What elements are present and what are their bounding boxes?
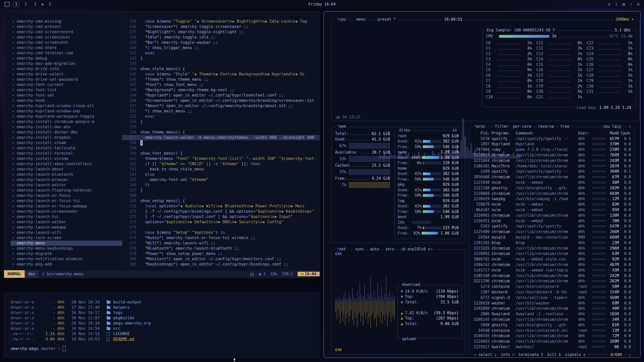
net-tab-zero[interactable]: zero	[383, 247, 396, 251]
chevron-left-icon[interactable]: ❮	[608, 2, 610, 7]
tree-item[interactable]: ∗ omarchy-font-list	[11, 87, 122, 93]
net-tab-auto[interactable]: auto	[368, 247, 381, 251]
proc-tree-button[interactable]: tree	[558, 124, 571, 129]
process-row[interactable]: 1220428 waybar /usr/bin/waybar dhh 69M 0…	[472, 300, 632, 306]
process-table-header[interactable]: Pid: Program: Command: User: MemB Cpu%	[472, 130, 632, 136]
tree-item[interactable]: ∗ omarchy-install-chromium-google-a	[11, 119, 122, 124]
process-row[interactable]: 1125409 chromium /usr/lib/chromium/chrom…	[472, 229, 632, 235]
process-row[interactable]: 1220419 swaybg /usr/bin/swaybg -i /hom d…	[472, 196, 632, 202]
footer-hint[interactable]: terminate t	[518, 352, 543, 357]
tree-item[interactable]: ∗ omarchy-install-dev-env	[11, 124, 122, 130]
tree-item[interactable]: ∗ omarchy-cmd-present	[11, 24, 122, 29]
process-row[interactable]: 1274 containe /usr/bin/containerd root 5…	[472, 284, 632, 289]
footer-hint[interactable]: kill k	[547, 352, 561, 357]
tree-item[interactable]: ∗ omarchy-launch-wifi	[11, 230, 122, 235]
io-tab[interactable]: io	[451, 128, 459, 132]
update-interval-control[interactable]: - 2000ms +	[609, 17, 635, 22]
process-row[interactable]: 3386242 chromium /usr/lib/chromium/chrom…	[472, 262, 632, 267]
tree-item[interactable]: ∗ omarchy-font-current	[11, 82, 122, 87]
process-row[interactable]: 1156451 nvim nvim --embed . dhh 70M 0.0	[472, 218, 632, 224]
process-row[interactable]: 3245898 chromium /usr/lib/chromium/chrom…	[472, 306, 632, 311]
tree-item[interactable]: ∗ omarchy-cmd-screenshot	[11, 40, 122, 45]
tree-item[interactable]: ∗ omarchy-drive-info	[11, 66, 122, 72]
shell-prompt[interactable]: omarchy-pkgs master ›	[11, 346, 320, 351]
process-row[interactable]: 3221044 chromium /usr/lib/chromium/chrom…	[472, 158, 632, 163]
tree-item[interactable]: ∗ omarchy-dev-add-migration	[11, 61, 122, 66]
process-row[interactable]: 1175517 kworker/ kworker/ root 0B 0.0	[472, 344, 632, 350]
header-pid[interactable]: Pid:	[472, 131, 492, 135]
tree-item[interactable]: ∗ omarchy-install-xbox-controllers	[11, 161, 122, 167]
tab-net[interactable]: ³net	[335, 247, 348, 251]
tree-item[interactable]: ∗ omarchy-cmd-screenrecord	[11, 29, 122, 35]
tree-item[interactable]: ∗ omarchy-install-vscode	[11, 156, 122, 161]
bluetooth-icon[interactable]: ᛒ	[615, 2, 618, 7]
process-row[interactable]: 3221296 chromium /usr/lib/chromium/chrom…	[472, 279, 632, 284]
tree-item[interactable]: ∗ omarchy-launch-bluetooth	[11, 172, 122, 177]
tree-item[interactable]: ∗ omarchy-notification-dismiss	[11, 256, 122, 262]
tree-item[interactable]: ∗ omarchy-cmd-share	[11, 45, 122, 51]
process-row[interactable]: 1186302 MainThre /home/dhh/.local/share/…	[472, 163, 632, 169]
workspace-3[interactable]: 3	[32, 2, 38, 7]
workspace-1[interactable]: 1	[13, 2, 19, 7]
process-row[interactable]: 2006 Xwayland Xwayland :1 -rootless - dh…	[472, 311, 632, 317]
process-row[interactable]: 1291265 btop btop dhh 23M 0.0	[472, 240, 632, 246]
tree-item[interactable]: ∗ omarchy-launch-or-focus-tui	[11, 198, 122, 204]
tree-item[interactable]: ∗ omarchy-launch-browser	[11, 177, 122, 183]
header-command[interactable]: Command:	[516, 131, 578, 135]
header-program[interactable]: Program:	[492, 131, 516, 135]
tree-item[interactable]: ∗ omarchy-hyprland-window-pop	[11, 109, 122, 114]
process-row[interactable]: 1221848 nvim nvim --embed dhh 56M 0.0	[472, 180, 632, 185]
tab-proc[interactable]: ⁴proc	[472, 124, 487, 129]
process-row[interactable]: 6772 signal-d /proc/self/exe --type=r dh…	[472, 295, 632, 300]
tree-item[interactable]: ∗ omarchy-cmd-missing	[11, 19, 122, 24]
process-row[interactable]: 1143717 nvim nvim --embed /var/tmp/p dhh…	[472, 267, 632, 273]
process-row[interactable]: 5399 spotify /opt/spotify/spotify -- dhh…	[472, 169, 632, 174]
preset-button[interactable]: preset *	[376, 17, 397, 22]
tree-item[interactable]: ∗ omarchy-install-dropbox	[11, 135, 122, 140]
process-row[interactable]: 3246345 chromium /usr/lib/chromium/chrom…	[472, 333, 632, 339]
footer-hint[interactable]: ↑ select ↓	[474, 352, 497, 357]
tree-item[interactable]: ∗ omarchy-launch-walker	[11, 219, 122, 225]
menu-button[interactable]: menu	[355, 17, 367, 22]
tree-item[interactable]: ∗ omarchy-drive-select	[11, 72, 122, 77]
tree-item[interactable]: ∗ omarchy-debug	[11, 56, 122, 61]
footer-hint[interactable]: signals s	[565, 352, 585, 357]
proc-sort-selector[interactable]: cpu lazy	[601, 124, 623, 129]
tree-item[interactable]: ∗ omarchy-launch-or-focus-webapp	[11, 204, 122, 209]
proc-filter-button[interactable]: filter	[493, 124, 510, 129]
tree-item[interactable]: ∗ omarchy-launch-or-focus	[11, 193, 122, 198]
process-row[interactable]: 728079 nvim nvim --embed . dhh 83M 0.0	[472, 202, 632, 207]
process-row[interactable]: 3220992 chromium /usr/lib/chromium/chrom…	[472, 251, 632, 257]
process-row[interactable]: 5998 ghostty /usr/bin/ghostty --gtk- dhh…	[472, 322, 632, 328]
tree-item[interactable]: ∗ omarchy-cmd-terminal-cwd	[11, 51, 122, 56]
disks-title[interactable]: disks	[397, 128, 412, 132]
tree-item[interactable]: ∗ omarchy-menu	[11, 241, 122, 246]
tree-item[interactable]: ∗ omarchy-hook	[11, 98, 122, 103]
process-row[interactable]: 3220869 chromium /usr/lib/chromium/chrom…	[472, 191, 632, 196]
process-row[interactable]: 1221188 ghostty /usr/bin/ghostty --gtk- …	[472, 185, 632, 191]
tree-item[interactable]: ∗ omarchy-cmd-screensaver	[11, 35, 122, 40]
workspace-5[interactable]: 5	[47, 2, 53, 7]
volume-icon[interactable]: ♪	[630, 2, 632, 7]
tree-item[interactable]: ∗ omarchy-install-steam	[11, 140, 122, 146]
footer-hint[interactable]: info ⏎	[501, 352, 514, 357]
tree-item[interactable]: ∗ omarchy-launch-webapp	[11, 225, 122, 230]
process-row[interactable]: 3830408 chromium /usr/lib/chromium/chrom…	[472, 174, 632, 180]
tree-item[interactable]: ∗ omarchy-menu-keybindings	[11, 246, 122, 251]
tree-item[interactable]: ∗ omarchy-launch-about	[11, 167, 122, 172]
process-row[interactable]: 3220963 chromium /usr/lib/chromium/chrom…	[472, 152, 632, 158]
tree-item[interactable]: ∗ omarchy-install-docker-dbs	[11, 130, 122, 135]
tree-item[interactable]: ∗ omarchy-launch-tui	[11, 214, 122, 219]
process-row[interactable]: 1897 Hyprland Hyprland dhh 370M 0.0	[472, 142, 632, 147]
process-row[interactable]: 5343 spotify /opt/spotify/spotify dhh 54…	[472, 224, 632, 229]
header-cpu[interactable]: Cpu%	[621, 131, 632, 135]
process-row[interactable]: 1124693 chromium /usr/lib/chromium/chrom…	[472, 339, 632, 344]
tab-cpu[interactable]: ¹cpu	[335, 17, 348, 22]
scroll-up-icon[interactable]: ↑	[628, 124, 632, 129]
net-interface-selector[interactable]: ←b enp191s0 n→	[399, 247, 434, 251]
tree-item[interactable]: ∗ omarchy-font-set	[11, 93, 122, 98]
process-row[interactable]: 24564 mysqld mysqld --max-connection 999…	[472, 235, 632, 240]
process-row[interactable]: 3220965 chromium /usr/lib/chromium/chrom…	[472, 213, 632, 218]
display-icon[interactable]: ▤	[623, 2, 625, 7]
omarchy-logo-icon[interactable]	[5, 2, 10, 7]
